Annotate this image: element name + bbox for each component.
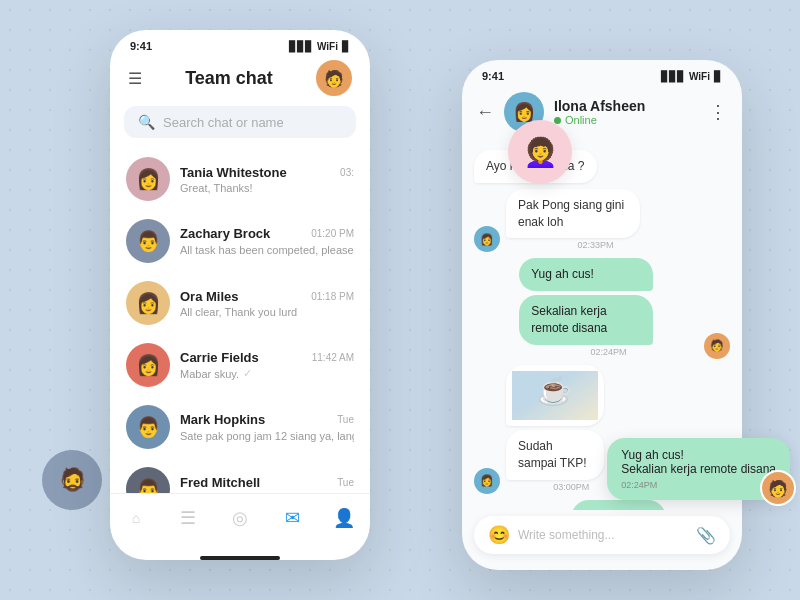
- nav-location[interactable]: ◎: [226, 504, 254, 532]
- message-avatar: 👩: [474, 468, 500, 494]
- chat-name: Tania Whitestone: [180, 165, 287, 180]
- message-bubble: Otw kesana segera: [571, 500, 667, 510]
- chat-list: 👩 Tania Whitestone 03: Great, Thanks! 👨 …: [110, 148, 370, 493]
- chat-info: Fred Mitchell Tue Need review on AAB das…: [180, 475, 354, 494]
- contact-name: Ilona Afsheen: [554, 98, 699, 114]
- nav-profile[interactable]: 👤: [330, 504, 358, 532]
- chat-time: Tue: [337, 477, 354, 488]
- chat-preview: All clear, Thank you lurd: [180, 306, 354, 318]
- wifi-icon: WiFi: [317, 41, 338, 52]
- message-avatar: 👩: [474, 226, 500, 252]
- bottom-navigation: ⌂ ☰ ◎ ✉ 👤: [110, 493, 370, 552]
- chat-time: 01:18 PM: [311, 291, 354, 302]
- chat-info: Carrie Fields 11:42 AM Mabar skuy. ✓: [180, 350, 354, 380]
- back-button[interactable]: ←: [476, 102, 494, 123]
- message-bubble: Yug ah cus!: [519, 258, 653, 291]
- chat-preview: Sate pak pong jam 12 siang ya, langsung …: [180, 429, 354, 442]
- chat-time: 01:20 PM: [311, 228, 354, 239]
- message-bubble: Sekalian kerja remote disana: [519, 295, 653, 345]
- chat-item[interactable]: 👨 Fred Mitchell Tue Need review on AAB d…: [110, 458, 370, 493]
- avatar: 👨: [126, 219, 170, 263]
- message-time: 02:24PM: [519, 347, 698, 357]
- chat-info: Ora Miles 01:18 PM All clear, Thank you …: [180, 289, 354, 318]
- nav-messages[interactable]: ✉: [278, 504, 306, 532]
- float-bubble-time: 02:24PM: [621, 480, 776, 490]
- left-header: ☰ Team chat 🧑: [110, 56, 370, 106]
- chat-header: ← 👩 Ilona Afsheen Online ⋮: [462, 86, 742, 142]
- chat-info: Zachary Brock 01:20 PM All task has been…: [180, 226, 354, 256]
- contact-info: Ilona Afsheen Online: [554, 98, 699, 126]
- message-group: 👩 Pak Pong siang gini enak loh 02:33PM: [474, 189, 730, 253]
- page-title: Team chat: [185, 68, 273, 89]
- battery-icon: ▊: [342, 41, 350, 52]
- chat-item[interactable]: 👩 Carrie Fields 11:42 AM Mabar skuy. ✓: [110, 334, 370, 396]
- float-bubble-text2: Sekalian kerja remote disana: [621, 462, 776, 476]
- chat-time: 11:42 AM: [312, 352, 354, 363]
- chat-preview: Mabar skuy. ✓: [180, 367, 354, 380]
- chat-name: Carrie Fields: [180, 350, 259, 365]
- chat-name: Ora Miles: [180, 289, 239, 304]
- chat-item[interactable]: 👩 Ora Miles 01:18 PM All clear, Thank yo…: [110, 272, 370, 334]
- search-placeholder: Search chat or name: [163, 115, 284, 130]
- avatar: 👩: [126, 281, 170, 325]
- home-indicator: [200, 556, 280, 560]
- sent-check-icon: ✓: [243, 367, 252, 380]
- avatar: 👨: [126, 405, 170, 449]
- chat-time: Tue: [337, 414, 354, 425]
- message-group: Yug ah cus! Sekalian kerja remote disana…: [474, 258, 730, 358]
- battery-icon: ▊: [714, 71, 722, 82]
- chat-name: Zachary Brock: [180, 226, 270, 241]
- message-bubble: Pak Pong siang gini enak loh: [506, 189, 640, 239]
- wifi-icon: WiFi: [689, 71, 710, 82]
- image-placeholder: ☕: [512, 371, 598, 420]
- message-input-bar[interactable]: 😊 Write something... 📎: [474, 516, 730, 554]
- search-icon: 🔍: [138, 114, 155, 130]
- floating-chat-bubble: Yug ah cus! Sekalian kerja remote disana…: [607, 438, 790, 500]
- chat-info: Tania Whitestone 03: Great, Thanks!: [180, 165, 354, 194]
- message-group: Otw kesana segera 03:04PM 🧑: [474, 500, 730, 510]
- signal-icon: ▊▊▊: [661, 71, 685, 82]
- nav-list[interactable]: ☰: [174, 504, 202, 532]
- chat-info: Mark Hopkins Tue Sate pak pong jam 12 si…: [180, 412, 354, 442]
- message-input-placeholder[interactable]: Write something...: [518, 528, 688, 542]
- left-status-icons: ▊▊▊ WiFi ▊: [289, 41, 350, 52]
- left-status-bar: 9:41 ▊▊▊ WiFi ▊: [110, 30, 370, 56]
- message-bubble: Sudah sampai TKP!: [506, 430, 604, 480]
- status-text: Online: [565, 114, 597, 126]
- chat-item[interactable]: 👩 Tania Whitestone 03: Great, Thanks!: [110, 148, 370, 210]
- menu-button[interactable]: ☰: [128, 69, 142, 88]
- search-bar[interactable]: 🔍 Search chat or name: [124, 106, 356, 138]
- chat-time: 03:: [340, 167, 354, 178]
- chat-name: Mark Hopkins: [180, 412, 265, 427]
- right-time: 9:41: [482, 70, 504, 82]
- chat-item[interactable]: 👨 Zachary Brock 01:20 PM All task has be…: [110, 210, 370, 272]
- avatar: 👩: [126, 343, 170, 387]
- attach-button[interactable]: 📎: [696, 526, 716, 545]
- online-status: Online: [554, 114, 699, 126]
- left-time: 9:41: [130, 40, 152, 52]
- message-avatar: 🧑: [704, 333, 730, 359]
- float-avatar-small: 🧑: [760, 470, 796, 506]
- more-options-button[interactable]: ⋮: [709, 101, 728, 123]
- chat-name: Fred Mitchell: [180, 475, 260, 490]
- emoji-button[interactable]: 😊: [488, 524, 510, 546]
- chat-preview: Great, Thanks!: [180, 182, 354, 194]
- floating-avatar-pink: 👩‍🦱: [508, 120, 572, 184]
- float-bubble-text1: Yug ah cus!: [621, 448, 776, 462]
- avatar: 👨: [126, 467, 170, 493]
- signal-icon: ▊▊▊: [289, 41, 313, 52]
- right-status-bar: 9:41 ▊▊▊ WiFi ▊: [462, 60, 742, 86]
- nav-home[interactable]: ⌂: [122, 504, 150, 532]
- avatar: 👩: [126, 157, 170, 201]
- chat-preview: All task has been competed, please revie…: [180, 243, 354, 256]
- left-phone: 9:41 ▊▊▊ WiFi ▊ ☰ Team chat 🧑 🔍 Search c…: [110, 30, 370, 560]
- right-status-icons: ▊▊▊ WiFi ▊: [661, 71, 722, 82]
- image-message: ☕: [506, 365, 604, 426]
- chat-item[interactable]: 👨 Mark Hopkins Tue Sate pak pong jam 12 …: [110, 396, 370, 458]
- message-time: 02:33PM: [506, 240, 685, 250]
- status-dot: [554, 117, 561, 124]
- user-avatar[interactable]: 🧑: [316, 60, 352, 96]
- floating-avatar-left: 🧔: [42, 450, 102, 510]
